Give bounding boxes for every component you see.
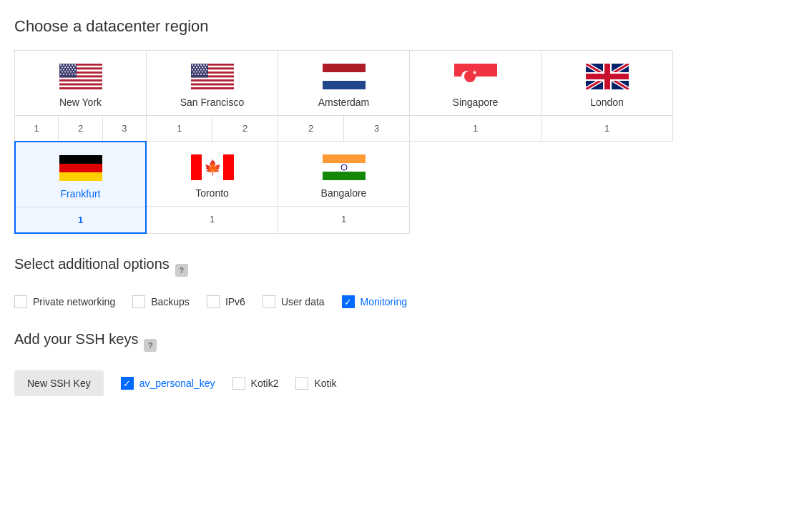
region-card-toronto[interactable]: 🍁 Toronto1 xyxy=(146,141,278,234)
svg-point-27 xyxy=(63,69,64,70)
region-number-1[interactable]: 1 xyxy=(16,207,145,232)
region-numbers-san-francisco: 12 xyxy=(147,115,278,141)
ssh-key-kotik[interactable]: Kotik xyxy=(295,377,336,390)
flag-ca-icon: 🍁 xyxy=(191,154,234,180)
svg-point-26 xyxy=(60,69,62,70)
checkbox-private-networking[interactable] xyxy=(14,295,27,308)
svg-point-73 xyxy=(203,69,205,70)
region-number-1[interactable]: 1 xyxy=(147,116,212,141)
region-card-amsterdam[interactable]: Amsterdam23 xyxy=(278,50,410,142)
region-flag-area-amsterdam: Amsterdam xyxy=(278,51,409,115)
svg-point-17 xyxy=(66,64,67,66)
region-flag-area-frankfurt: Frankfurt xyxy=(16,142,145,207)
region-flag-area-san-francisco: San Francisco xyxy=(147,51,278,115)
region-number-1[interactable]: 1 xyxy=(410,116,541,141)
svg-point-77 xyxy=(199,72,200,73)
svg-point-39 xyxy=(66,74,67,75)
region-number-2[interactable]: 2 xyxy=(212,116,278,141)
region-numbers-new-york: 123 xyxy=(15,115,146,141)
svg-point-60 xyxy=(197,64,199,66)
region-number-2[interactable]: 2 xyxy=(59,116,102,141)
svg-rect-53 xyxy=(191,82,234,84)
svg-point-33 xyxy=(64,72,66,73)
svg-point-19 xyxy=(72,64,73,66)
checkbox-ssh-av-personal-key[interactable] xyxy=(121,377,134,390)
svg-point-28 xyxy=(66,69,67,70)
svg-point-81 xyxy=(195,74,196,75)
region-name-amsterdam: Amsterdam xyxy=(318,97,370,108)
svg-point-64 xyxy=(193,66,195,68)
region-flag-area-new-york: New York xyxy=(15,51,146,115)
region-number-2[interactable]: 2 xyxy=(278,116,344,141)
checkbox-ssh-kotik[interactable] xyxy=(295,377,308,390)
svg-point-65 xyxy=(196,66,197,68)
svg-point-41 xyxy=(72,74,73,75)
region-number-1[interactable]: 1 xyxy=(541,116,672,141)
option-private-networking[interactable]: Private networking xyxy=(14,295,115,308)
checkbox-ipv6[interactable] xyxy=(207,295,220,308)
options-row: Private networkingBackupsIPv6User dataMo… xyxy=(14,295,790,308)
svg-point-38 xyxy=(63,74,64,75)
svg-rect-106 xyxy=(191,154,202,180)
option-backups[interactable]: Backups xyxy=(132,295,190,308)
svg-point-25 xyxy=(73,66,74,68)
svg-rect-103 xyxy=(59,155,102,164)
svg-rect-14 xyxy=(59,64,77,77)
options-section-title: Select additional options xyxy=(14,256,170,272)
option-label-monitoring: Monitoring xyxy=(361,296,407,307)
ssh-key-label-kotik2: Kotik2 xyxy=(251,378,279,389)
region-numbers-frankfurt: 1 xyxy=(16,207,145,232)
new-ssh-key-button[interactable]: New SSH Key xyxy=(14,370,104,396)
region-card-london[interactable]: London1 xyxy=(541,50,673,142)
ssh-help-icon[interactable]: ? xyxy=(144,339,157,352)
region-flag-area-bangalore: Bangalore xyxy=(278,142,409,206)
checkbox-backups[interactable] xyxy=(132,295,145,308)
svg-point-80 xyxy=(192,74,193,75)
region-number-1[interactable]: 1 xyxy=(15,116,59,141)
region-section-title: Choose a datacenter region xyxy=(14,17,790,36)
svg-point-75 xyxy=(193,72,195,73)
svg-rect-86 xyxy=(323,64,366,72)
svg-rect-112 xyxy=(323,172,366,180)
region-card-frankfurt[interactable]: Frankfurt1 xyxy=(14,141,147,234)
region-card-new-york[interactable]: New York123 xyxy=(14,50,147,142)
option-ipv6[interactable]: IPv6 xyxy=(207,295,245,308)
region-number-1[interactable]: 1 xyxy=(278,207,409,232)
svg-point-37 xyxy=(60,74,62,75)
region-numbers-amsterdam: 23 xyxy=(278,115,409,141)
checkbox-user-data[interactable] xyxy=(263,295,275,308)
region-number-1[interactable]: 1 xyxy=(147,207,278,232)
flag-usa-icon xyxy=(59,64,102,89)
svg-point-70 xyxy=(195,69,196,70)
option-monitoring[interactable]: Monitoring xyxy=(342,295,407,308)
svg-point-16 xyxy=(63,64,64,66)
checkbox-monitoring[interactable] xyxy=(342,295,355,308)
region-name-singapore: Singapore xyxy=(453,97,499,108)
region-number-3[interactable]: 3 xyxy=(344,116,409,141)
region-numbers-bangalore: 1 xyxy=(278,206,409,232)
region-name-toronto: Toronto xyxy=(195,187,229,199)
svg-point-15 xyxy=(60,64,62,66)
region-card-singapore[interactable]: Singapore1 xyxy=(409,50,541,142)
svg-text:🍁: 🍁 xyxy=(203,159,221,176)
option-label-ipv6: IPv6 xyxy=(225,296,245,307)
region-card-san-francisco[interactable]: San Francisco12 xyxy=(146,50,278,142)
checkbox-ssh-kotik2[interactable] xyxy=(232,377,245,390)
region-number-3[interactable]: 3 xyxy=(103,116,146,141)
ssh-key-kotik2[interactable]: Kotik2 xyxy=(232,377,279,390)
svg-point-20 xyxy=(74,64,76,66)
region-grid: New York123 San Francisco12 Amsterdam23 xyxy=(14,50,790,233)
svg-rect-52 xyxy=(191,79,234,82)
region-numbers-singapore: 1 xyxy=(410,115,541,141)
region-flag-area-london: London xyxy=(541,51,672,115)
ssh-key-av-personal-key[interactable]: av_personal_key xyxy=(121,377,215,390)
svg-rect-12 xyxy=(59,85,102,87)
option-user-data[interactable]: User data xyxy=(263,295,325,308)
svg-rect-105 xyxy=(59,172,102,181)
options-help-icon[interactable]: ? xyxy=(175,264,188,277)
ssh-row: New SSH Keyav_personal_keyKotik2Kotik xyxy=(14,370,790,396)
svg-point-36 xyxy=(73,72,74,73)
region-card-bangalore[interactable]: Bangalore1 xyxy=(278,141,410,234)
svg-point-83 xyxy=(200,74,202,75)
svg-rect-87 xyxy=(323,72,366,81)
